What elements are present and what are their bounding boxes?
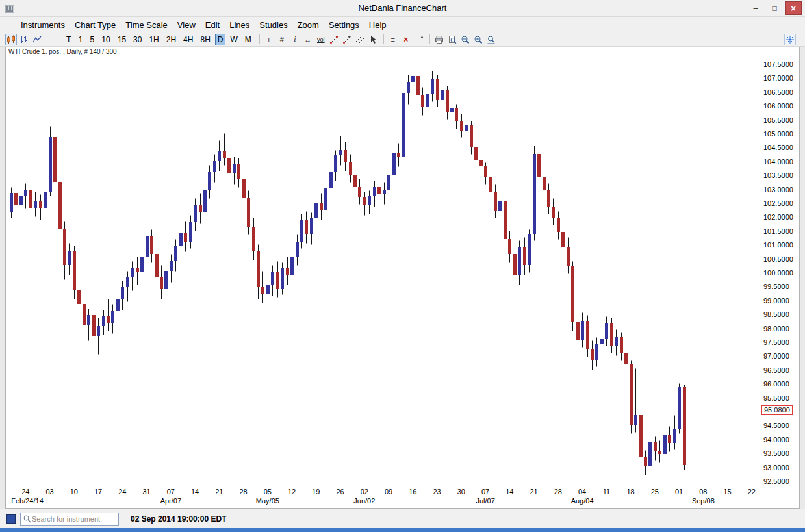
zoom-out-icon (461, 35, 470, 44)
timeframe-button-1m[interactable]: 1 (75, 34, 85, 45)
info-tool-button[interactable]: i (289, 34, 301, 45)
parallel-lines-tool-button[interactable]: ≡ (387, 34, 399, 45)
time-axis-day-label: 22 (743, 488, 761, 496)
time-axis-day-label: 07 (162, 488, 180, 496)
status-app-icon (6, 514, 16, 524)
menu-edit[interactable]: Edit (205, 20, 220, 30)
price-axis-label: 97.0000 (763, 352, 799, 360)
timeframe-button-10m[interactable]: 10 (99, 34, 112, 45)
menu-help[interactable]: Help (369, 20, 387, 30)
time-axis-month-label: Jun/02 (344, 497, 385, 505)
printer-icon (435, 35, 444, 44)
search-box[interactable] (20, 513, 119, 526)
price-axis-label: 106.0000 (763, 102, 799, 110)
minimize-button[interactable]: – (747, 1, 764, 15)
price-axis-label: 107.5000 (763, 60, 799, 68)
print-button[interactable] (433, 34, 445, 45)
time-axis-day-label: 28 (235, 488, 253, 496)
search-input[interactable] (32, 515, 114, 523)
timeframe-button-1h[interactable]: 1H (146, 34, 161, 45)
price-axis-label: 96.5000 (763, 366, 799, 374)
price-axis-label: 105.0000 (763, 130, 799, 138)
object-order-button[interactable] (413, 34, 425, 45)
time-axis-day-label: 18 (622, 488, 640, 496)
time-axis-day-label: 04 (573, 488, 591, 496)
zoom-in-button[interactable] (472, 34, 484, 45)
pointer-tool-button[interactable] (367, 34, 379, 45)
ray-icon (342, 35, 351, 44)
timeframe-button-15m[interactable]: 15 (115, 34, 129, 45)
price-chart-canvas[interactable] (6, 57, 761, 487)
titlebar: NetDania FinanceChart – □ × (0, 0, 805, 17)
channel-tool-button[interactable] (354, 34, 366, 45)
print-preview-icon (448, 35, 457, 44)
toolbar-separator (259, 34, 260, 44)
time-axis-day-label: 23 (428, 488, 446, 496)
time-axis-day-label: 25 (646, 488, 664, 496)
price-axis-label: 104.0000 (763, 158, 799, 166)
timeframe-button-tick[interactable]: T (64, 34, 73, 45)
time-axis-day-label: 14 (186, 488, 204, 496)
sparkle-icon (786, 35, 795, 44)
menu-studies[interactable]: Studies (259, 20, 287, 30)
maximize-button[interactable]: □ (766, 1, 783, 15)
timeframe-button-30m[interactable]: 30 (131, 34, 144, 45)
time-axis-day-label: 05 (259, 488, 277, 496)
line-chart-icon (32, 35, 42, 44)
menu-view[interactable]: View (177, 20, 196, 30)
chart-settings-button[interactable] (784, 34, 796, 45)
price-axis-label: 92.5000 (763, 477, 799, 485)
trendline-tool-button[interactable] (328, 34, 340, 45)
time-axis-day-label: 01 (670, 488, 688, 496)
time-axis-day-label: 07 (476, 488, 494, 496)
time-axis-day-label: 26 (331, 488, 350, 496)
time-axis-day-label: 31 (138, 488, 156, 496)
crosshair-tool-button[interactable]: + (263, 34, 275, 45)
cursor-icon (368, 35, 377, 44)
time-axis-day-label: 08 (694, 488, 712, 496)
toolbar-separator (383, 34, 384, 44)
status-bar: 02 Sep 2014 19:00:00 EDT (0, 509, 805, 528)
time-axis-day-label: 21 (525, 488, 543, 496)
print-preview-button[interactable] (446, 34, 458, 45)
zoom-in-icon (474, 35, 483, 44)
menu-lines[interactable]: Lines (229, 20, 249, 30)
price-axis-label: 97.5000 (763, 338, 799, 346)
timeframe-button-8h[interactable]: 8H (198, 34, 212, 45)
volume-toggle-button[interactable]: vol (315, 34, 327, 45)
timeframe-button-weekly[interactable]: W (227, 34, 240, 45)
toolbar-separator (429, 34, 430, 44)
price-axis-label: 93.0000 (763, 464, 799, 472)
close-button[interactable]: × (785, 1, 802, 15)
zoom-reset-button[interactable] (485, 34, 497, 45)
grid-toggle-button[interactable]: # (276, 34, 288, 45)
ray-tool-button[interactable] (341, 34, 353, 45)
layer-order-icon (415, 35, 424, 44)
time-axis-day-label: 12 (283, 488, 301, 496)
menu-bar: Instruments Chart Type Time Scale View E… (0, 17, 805, 32)
price-axis-label: 96.0000 (763, 380, 799, 388)
price-axis-label: 99.5000 (763, 283, 799, 290)
horizontal-scale-button[interactable]: ↔ (302, 34, 314, 45)
time-axis-day-label: 09 (379, 488, 398, 496)
ohlc-chart-type-button[interactable] (18, 34, 30, 45)
price-axis-label: 102.5000 (763, 199, 799, 207)
menu-settings[interactable]: Settings (329, 20, 359, 30)
candlestick-chart-type-button[interactable] (5, 34, 17, 45)
menu-instruments[interactable]: Instruments (21, 20, 65, 30)
price-axis-label: 100.0000 (763, 269, 799, 277)
timeframe-button-5m[interactable]: 5 (87, 34, 97, 45)
menu-zoom[interactable]: Zoom (298, 20, 319, 30)
timeframe-button-4h[interactable]: 4H (181, 34, 196, 45)
window-title: NetDania FinanceChart (0, 3, 805, 13)
zoom-out-button[interactable] (459, 34, 471, 45)
delete-drawings-button[interactable]: × (400, 34, 412, 45)
timeframe-button-daily[interactable]: D (215, 34, 226, 45)
search-icon (23, 514, 32, 524)
menu-time-scale[interactable]: Time Scale (125, 20, 168, 30)
menu-chart-type[interactable]: Chart Type (75, 20, 116, 30)
timeframe-button-monthly[interactable]: M (242, 34, 254, 45)
time-axis-day-label: 14 (500, 488, 518, 496)
timeframe-button-2h[interactable]: 2H (164, 34, 179, 45)
line-chart-type-button[interactable] (31, 34, 43, 45)
